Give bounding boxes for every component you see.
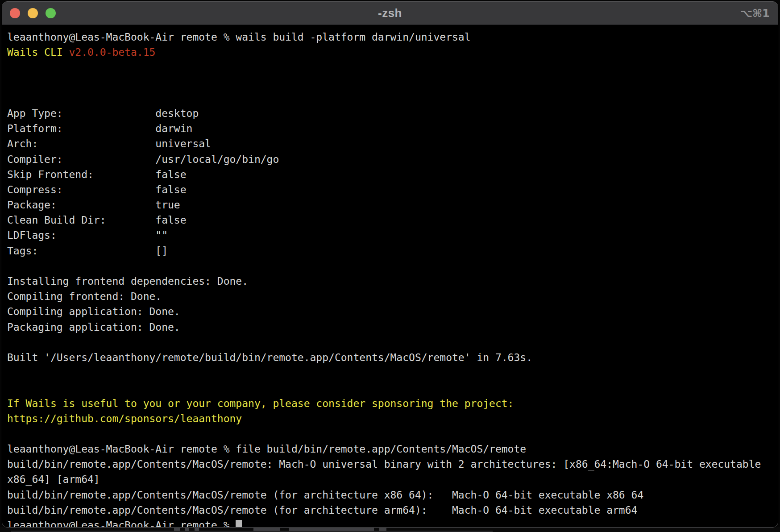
terminal-text: leaanthony@Leas-MacBook-Air remote % wai…: [7, 31, 471, 43]
terminal-line: [7, 60, 778, 75]
terminal-text: build/bin/remote.app/Contents/MacOS/remo…: [7, 458, 761, 470]
terminal-line: Compiling frontend: Done.: [7, 289, 778, 304]
terminal-line: [7, 365, 778, 380]
minimize-button[interactable]: [28, 8, 38, 18]
terminal-text: Wails CLI: [7, 46, 69, 58]
terminal-line: Skip Frontend: false: [7, 167, 778, 182]
terminal-window: -zsh ⌥⌘1 leaanthony@Leas-MacBook-Air rem…: [2, 1, 778, 528]
terminal-text: Compress: false: [7, 184, 187, 195]
terminal-line: leaanthony@Leas-MacBook-Air remote % fil…: [7, 441, 778, 457]
traffic-lights: [10, 2, 56, 25]
window-title: -zsh: [378, 6, 402, 20]
terminal-text: https://github.com/sponsors/leaanthony: [7, 413, 242, 424]
terminal-text: Arch: universal: [7, 138, 211, 150]
terminal-line: build/bin/remote.app/Contents/MacOS/remo…: [7, 457, 778, 472]
terminal-line: x86_64] [arm64]: [7, 472, 778, 487]
terminal-text: Tags: []: [7, 245, 168, 257]
terminal-cursor: [236, 520, 242, 527]
terminal-text: Packaging application: Done.: [7, 321, 180, 333]
terminal-text: Built '/Users/leaanthony/remote/build/bi…: [7, 352, 532, 363]
terminal-text: Compiling frontend: Done.: [7, 291, 162, 302]
titlebar[interactable]: -zsh ⌥⌘1: [2, 2, 778, 25]
terminal-line: Tags: []: [7, 243, 778, 258]
terminal-line: [7, 91, 778, 106]
terminal-line: [7, 380, 778, 395]
terminal-line: Packaging application: Done.: [7, 320, 778, 335]
terminal-line: If Wails is useful to you or your compan…: [7, 396, 778, 411]
terminal-text: v2.0.0-beta.15: [69, 46, 155, 58]
terminal-output[interactable]: leaanthony@Leas-MacBook-Air remote % wai…: [2, 25, 778, 527]
terminal-line: Clean Build Dir: false: [7, 212, 778, 228]
terminal-line: build/bin/remote.app/Contents/MacOS/remo…: [7, 487, 778, 503]
desktop: -zsh ⌥⌘1 leaanthony@Leas-MacBook-Air rem…: [0, 0, 780, 532]
tab-shortcut-badge: ⌥⌘1: [740, 2, 770, 25]
terminal-line: Compress: false: [7, 182, 778, 197]
terminal-line: [7, 426, 778, 441]
terminal-line: Package: true: [7, 197, 778, 212]
terminal-text: x86_64] [arm64]: [7, 474, 100, 485]
terminal-line: LDFlags: "": [7, 228, 778, 243]
terminal-text: LDFlags: "": [7, 229, 168, 241]
terminal-text: Package: true: [7, 199, 180, 211]
terminal-line: Platform: darwin: [7, 121, 778, 136]
terminal-text: build/bin/remote.app/Contents/MacOS/remo…: [7, 504, 637, 516]
terminal-line: leaanthony@Leas-MacBook-Air remote % wai…: [7, 29, 778, 45]
terminal-text: build/bin/remote.app/Contents/MacOS/remo…: [7, 489, 643, 501]
close-button[interactable]: [10, 8, 20, 18]
terminal-text: Skip Frontend: false: [7, 169, 187, 180]
terminal-text: leaanthony@Leas-MacBook-Air remote %: [7, 520, 236, 527]
terminal-line: Installing frontend dependencies: Done.: [7, 274, 778, 289]
terminal-text: Platform: darwin: [7, 123, 192, 134]
terminal-text: Compiling application: Done.: [7, 306, 180, 317]
terminal-line: Built '/Users/leaanthony/remote/build/bi…: [7, 350, 778, 365]
terminal-text: Clean Build Dir: false: [7, 214, 187, 226]
terminal-line: [7, 75, 778, 91]
terminal-text: App Type: desktop: [7, 108, 199, 119]
terminal-line: [7, 335, 778, 350]
terminal-line: build/bin/remote.app/Contents/MacOS/remo…: [7, 503, 778, 518]
terminal-line: Compiling application: Done.: [7, 304, 778, 319]
terminal-line: [7, 258, 778, 274]
background-window-edge: [11, 531, 493, 532]
terminal-line: Wails CLI v2.0.0-beta.15: [7, 45, 778, 60]
terminal-line: App Type: desktop: [7, 106, 778, 121]
terminal-line: https://github.com/sponsors/leaanthony: [7, 411, 778, 426]
terminal-line: leaanthony@Leas-MacBook-Air remote %: [7, 518, 778, 527]
terminal-text: Installing frontend dependencies: Done.: [7, 275, 248, 287]
terminal-line: Arch: universal: [7, 136, 778, 151]
terminal-text: Compiler: /usr/local/go/bin/go: [7, 154, 279, 165]
terminal-text: If Wails is useful to you or your compan…: [7, 398, 514, 409]
zoom-button[interactable]: [46, 8, 56, 18]
terminal-line: Compiler: /usr/local/go/bin/go: [7, 152, 778, 167]
terminal-text: leaanthony@Leas-MacBook-Air remote % fil…: [7, 443, 526, 455]
